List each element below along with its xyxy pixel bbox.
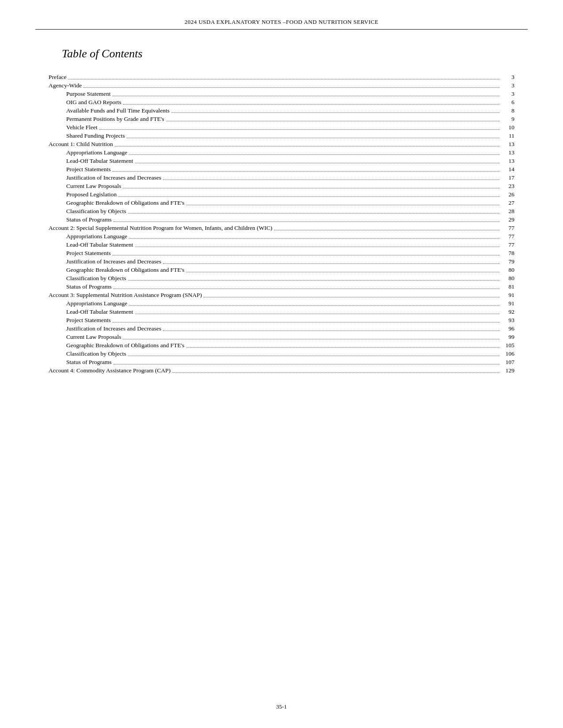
toc-item: Geographic Breakdown of Obligations and … [49, 341, 514, 349]
toc-item-label: Lead-Off Tabular Statement [49, 158, 133, 165]
toc-item-label: Project Statements [49, 317, 111, 324]
toc-dots [135, 314, 500, 314]
toc-item-label: Geographic Breakdown of Obligations and … [49, 266, 185, 274]
toc-dots [113, 289, 499, 289]
toc-item-page: 27 [501, 199, 514, 206]
toc-item-page: 80 [501, 275, 514, 282]
toc-dots [113, 221, 499, 222]
toc-item-page: 13 [501, 149, 514, 156]
toc-item-label: Project Statements [49, 250, 111, 257]
toc-dots [171, 113, 499, 113]
toc-item: Status of Programs29 [49, 215, 514, 224]
toc-dots [123, 104, 499, 105]
toc-item-label: Status of Programs [49, 359, 112, 366]
toc-item-label: Status of Programs [49, 283, 112, 290]
toc-item-page: 77 [501, 241, 514, 248]
toc-item: Preface3 [49, 73, 514, 81]
toc-item: Account 4: Commodity Assistance Program … [49, 366, 514, 375]
toc-item-label: Appropriations Language [49, 300, 127, 307]
toc-item: Justification of Increases and Decreases… [49, 257, 514, 266]
toc-item-label: Proposed Legislation [49, 191, 117, 198]
toc-item-page: 80 [501, 266, 514, 274]
toc-item-page: 29 [501, 216, 514, 223]
toc-item-page: 107 [501, 359, 514, 366]
toc-item-page: 28 [501, 208, 514, 215]
toc-dots [204, 297, 499, 297]
toc-item: Proposed Legislation26 [49, 190, 514, 199]
toc-item: Justification of Increases and Decreases… [49, 324, 514, 333]
toc-item-page: 3 [501, 90, 514, 98]
toc-item: Appropriations Language91 [49, 299, 514, 308]
toc-item-page: 129 [501, 367, 514, 374]
toc-item: Classification by Objects106 [49, 349, 514, 358]
toc-item-label: Lead-Off Tabular Statement [49, 241, 133, 248]
toc-item-page: 26 [501, 191, 514, 198]
toc-dots [123, 188, 499, 188]
toc-dots [163, 330, 499, 331]
toc-item: Agency-Wide3 [49, 81, 514, 90]
toc-item: Status of Programs81 [49, 282, 514, 291]
toc-title: Table of Contents [62, 47, 514, 60]
toc-dots [113, 364, 499, 364]
toc-item-label: Account 4: Commodity Assistance Program … [49, 367, 170, 374]
toc-item: Project Statements78 [49, 249, 514, 257]
toc-item: Shared Funding Projects11 [49, 131, 514, 140]
toc-item: Appropriations Language77 [49, 232, 514, 240]
toc-item: Vehicle Fleet10 [49, 123, 514, 131]
toc-item: Classification by Objects28 [49, 207, 514, 215]
toc-item-page: 81 [501, 283, 514, 290]
toc-item-label: Classification by Objects [49, 350, 126, 357]
toc-dots [163, 180, 499, 180]
toc-dots [186, 347, 499, 348]
toc-item-label: Classification by Objects [49, 208, 126, 215]
toc-item-page: 77 [501, 225, 514, 232]
toc-item-page: 105 [501, 342, 514, 349]
toc-dots [128, 213, 499, 214]
toc-item: OIG and GAO Reports6 [49, 98, 514, 106]
toc-item-page: 11 [501, 132, 514, 139]
toc-item: Appropriations Language13 [49, 148, 514, 157]
toc-dots [128, 356, 499, 356]
toc-item: Current Law Proposals99 [49, 333, 514, 341]
toc-item-label: Vehicle Fleet [49, 124, 98, 131]
page-header: 2024 USDA EXPLANATORY NOTES –FOOD AND NU… [35, 18, 528, 30]
toc-dots [83, 87, 499, 88]
toc-item: Current Law Proposals23 [49, 182, 514, 190]
toc-dots [115, 146, 499, 146]
toc-item-label: Account 2: Special Supplemental Nutritio… [49, 225, 272, 232]
toc-dots [127, 138, 499, 138]
toc-container: Table of Contents Preface3Agency-Wide3Pu… [35, 47, 528, 375]
toc-item-label: Shared Funding Projects [49, 132, 125, 139]
toc-item-page: 3 [501, 74, 514, 81]
toc-item-page: 93 [501, 317, 514, 324]
toc-dots [163, 263, 499, 264]
toc-item-page: 77 [501, 233, 514, 240]
toc-item-label: Account 3: Supplemental Nutrition Assist… [49, 292, 202, 299]
toc-item-label: Appropriations Language [49, 149, 127, 156]
toc-item-page: 13 [501, 158, 514, 165]
toc-item-label: Preface [49, 74, 66, 81]
toc-dots [172, 372, 499, 373]
toc-item-page: 10 [501, 124, 514, 131]
toc-dots [129, 305, 499, 306]
toc-item-page: 99 [501, 334, 514, 341]
toc-dots [113, 171, 499, 172]
page-footer: 35-1 [0, 703, 563, 710]
toc-dots [135, 247, 500, 247]
toc-item: Classification by Objects80 [49, 274, 514, 282]
toc-item-label: Purpose Statement [49, 90, 111, 98]
toc-dots [113, 96, 499, 96]
toc-dots [166, 121, 499, 121]
toc-dots [186, 272, 499, 272]
toc-dots [274, 230, 499, 230]
toc-item-label: Appropriations Language [49, 233, 127, 240]
toc-item-page: 91 [501, 300, 514, 307]
page-number: 35-1 [276, 703, 287, 710]
toc-item-label: OIG and GAO Reports [49, 99, 121, 106]
toc-dots [129, 238, 499, 239]
toc-item-label: Justification of Increases and Decreases [49, 258, 161, 265]
toc-item-page: 23 [501, 183, 514, 190]
toc-item: Lead-Off Tabular Statement13 [49, 157, 514, 165]
toc-item: Justification of Increases and Decreases… [49, 173, 514, 182]
toc-item-label: Project Statements [49, 166, 111, 173]
